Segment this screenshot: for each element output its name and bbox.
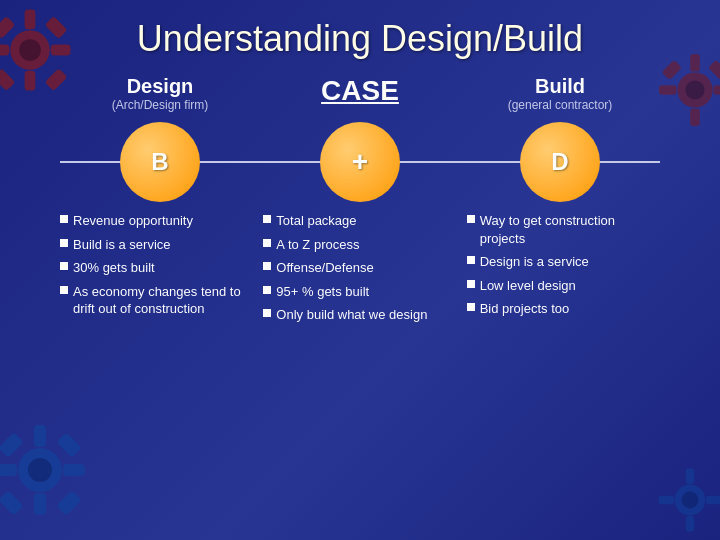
build-circle-label: D [551, 148, 568, 176]
bullet-icon [263, 309, 271, 317]
bullet-icon [263, 286, 271, 294]
bullet-icon [467, 256, 475, 264]
list-item: Only build what we design [263, 306, 456, 324]
bullet-icon [60, 239, 68, 247]
svg-rect-8 [0, 68, 15, 91]
bullet-text: 30% gets built [73, 259, 155, 277]
design-sublabel: (Arch/Design firm) [112, 98, 209, 112]
bullet-text: Design is a service [480, 253, 589, 271]
list-item: Bid projects too [467, 300, 660, 318]
bullet-text: Total package [276, 212, 356, 230]
list-item: Design is a service [467, 253, 660, 271]
bullet-icon [60, 286, 68, 294]
list-item: As economy changes tend to drift out of … [60, 283, 253, 318]
gear-bottom-left-icon [0, 420, 90, 520]
svg-rect-7 [45, 16, 68, 39]
gear-bottom-right-icon [655, 465, 720, 535]
list-item: Low level design [467, 277, 660, 295]
bullet-text: A to Z process [276, 236, 359, 254]
svg-rect-17 [56, 432, 81, 457]
gear-top-right-icon [655, 50, 720, 130]
column-headers: Design (Arch/Design firm) CASE Build (ge… [0, 75, 720, 117]
design-column-header: Design (Arch/Design firm) [60, 75, 260, 117]
case-label: CASE [321, 75, 399, 106]
svg-point-21 [685, 80, 704, 99]
case-bullets: Total packageA to Z processOffense/Defen… [258, 212, 461, 330]
bullet-icon [263, 239, 271, 247]
svg-point-11 [28, 458, 52, 482]
build-circle: D [520, 122, 600, 202]
svg-rect-14 [0, 464, 17, 476]
svg-rect-26 [662, 60, 682, 80]
svg-rect-15 [63, 464, 85, 476]
bullet-icon [263, 215, 271, 223]
list-item: A to Z process [263, 236, 456, 254]
svg-rect-5 [51, 45, 71, 56]
svg-rect-16 [0, 432, 24, 457]
bullet-text: As economy changes tend to drift out of … [73, 283, 253, 318]
bullet-icon [467, 303, 475, 311]
svg-rect-18 [0, 490, 24, 515]
build-sublabel: (general contractor) [508, 98, 613, 112]
build-label: Build [508, 75, 613, 98]
svg-rect-6 [0, 16, 15, 39]
case-circle [320, 122, 400, 202]
design-label: Design [112, 75, 209, 98]
bullet-icon [467, 280, 475, 288]
slide: Understanding Design/Build Design (Arch/… [0, 0, 720, 540]
circles-row: B D [0, 122, 720, 202]
svg-rect-19 [56, 490, 81, 515]
bullet-icon [60, 262, 68, 270]
svg-rect-31 [686, 516, 694, 531]
bullet-text: Revenue opportunity [73, 212, 193, 230]
list-item: 95+ % gets built [263, 283, 456, 301]
bullet-text: Bid projects too [480, 300, 570, 318]
bullet-text: Only build what we design [276, 306, 427, 324]
svg-rect-25 [713, 85, 720, 95]
list-item: Revenue opportunity [60, 212, 253, 230]
page-title: Understanding Design/Build [0, 0, 720, 70]
bullets-area: Revenue opportunityBuild is a service30%… [0, 202, 720, 330]
list-item: 30% gets built [60, 259, 253, 277]
bullet-text: Build is a service [73, 236, 171, 254]
svg-point-1 [19, 39, 41, 61]
svg-rect-3 [25, 71, 36, 91]
svg-rect-22 [690, 54, 700, 72]
svg-rect-27 [708, 60, 720, 80]
bullet-icon [263, 262, 271, 270]
list-item: Way to get construction projects [467, 212, 660, 247]
svg-rect-13 [34, 493, 46, 515]
design-bullets: Revenue opportunityBuild is a service30%… [55, 212, 258, 330]
bullet-text: Way to get construction projects [480, 212, 660, 247]
case-column-header: CASE [260, 75, 460, 112]
svg-rect-12 [34, 425, 46, 447]
list-item: Build is a service [60, 236, 253, 254]
bullet-icon [467, 215, 475, 223]
bullet-text: Low level design [480, 277, 576, 295]
build-bullets: Way to get construction projectsDesign i… [462, 212, 665, 330]
bullet-text: 95+ % gets built [276, 283, 369, 301]
list-item: Total package [263, 212, 456, 230]
svg-rect-4 [0, 45, 9, 56]
design-circle: B [120, 122, 200, 202]
svg-rect-32 [659, 496, 674, 504]
list-item: Offense/Defense [263, 259, 456, 277]
svg-rect-24 [659, 85, 677, 95]
bullet-text: Offense/Defense [276, 259, 373, 277]
svg-rect-9 [45, 68, 68, 91]
design-circle-label: B [151, 148, 168, 176]
bullet-icon [60, 215, 68, 223]
svg-rect-2 [25, 10, 36, 30]
svg-point-29 [682, 492, 699, 509]
svg-rect-30 [686, 469, 694, 484]
build-column-header: Build (general contractor) [460, 75, 660, 117]
gear-top-left-icon [0, 5, 75, 95]
svg-rect-33 [706, 496, 720, 504]
